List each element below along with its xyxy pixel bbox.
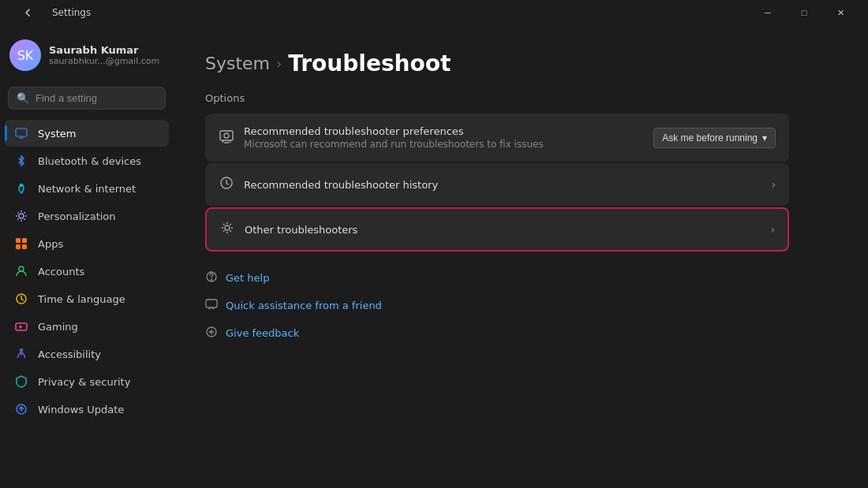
search-input[interactable] bbox=[36, 92, 157, 104]
network-icon bbox=[14, 181, 28, 196]
titlebar: Settings ─ □ ✕ bbox=[0, 0, 868, 25]
give-feedback-label: Give feedback bbox=[226, 327, 299, 339]
search-icon: 🔍 bbox=[17, 92, 29, 104]
svg-point-13 bbox=[224, 133, 229, 138]
bluetooth-icon bbox=[14, 154, 28, 168]
sidebar-item-apps[interactable]: Apps bbox=[5, 230, 169, 257]
quick-assistance-label: Quick assistance from a friend bbox=[226, 300, 382, 311]
troubleshooter-history-control: › bbox=[771, 178, 776, 191]
svg-rect-3 bbox=[16, 238, 21, 243]
user-profile[interactable]: SK Saurabh Kumar saurabhkur...@gmail.com bbox=[0, 32, 174, 84]
breadcrumb-separator: › bbox=[276, 55, 282, 72]
user-name: Saurabh Kumar bbox=[49, 44, 159, 56]
svg-point-2 bbox=[19, 214, 24, 218]
app-body: SK Saurabh Kumar saurabhkur...@gmail.com… bbox=[0, 25, 868, 488]
sidebar-item-network[interactable]: Network & internet bbox=[5, 175, 169, 202]
apps-icon bbox=[14, 237, 28, 251]
windows-update-icon bbox=[14, 402, 28, 416]
svg-point-7 bbox=[19, 266, 24, 271]
titlebar-controls: ─ □ ✕ bbox=[750, 0, 859, 25]
sidebar-item-system[interactable]: System bbox=[5, 120, 169, 147]
svg-rect-18 bbox=[206, 300, 217, 307]
ask-before-running-dropdown[interactable]: Ask me before running ▾ bbox=[653, 128, 776, 148]
settings-list: Recommended troubleshooter preferences M… bbox=[205, 114, 789, 251]
other-troubleshooters-icon bbox=[219, 220, 245, 239]
quick-assistance-icon bbox=[205, 298, 218, 313]
give-feedback-icon bbox=[205, 326, 218, 341]
user-email: saurabhkur...@gmail.com bbox=[49, 56, 159, 66]
links-section: Get help Quick assistance from a friend … bbox=[205, 267, 836, 344]
sidebar-item-label-accessibility: Accessibility bbox=[38, 348, 101, 360]
sidebar-item-label-apps: Apps bbox=[38, 238, 63, 250]
troubleshooter-history-icon bbox=[219, 175, 244, 194]
troubleshooter-history-content: Recommended troubleshooter history bbox=[244, 179, 771, 191]
svg-rect-4 bbox=[22, 238, 27, 243]
sidebar-item-personalization[interactable]: Personalization bbox=[5, 203, 169, 229]
search-box[interactable]: 🔍 bbox=[8, 87, 166, 110]
recommended-preferences-icon bbox=[219, 129, 244, 147]
sidebar-item-label-accounts: Accounts bbox=[38, 266, 84, 278]
svg-rect-6 bbox=[22, 244, 27, 249]
recommended-preferences-content: Recommended troubleshooter preferences M… bbox=[244, 125, 653, 150]
breadcrumb: System › Troubleshoot bbox=[205, 50, 836, 76]
main-content: System › Troubleshoot Options Recommende… bbox=[174, 25, 868, 488]
close-button[interactable]: ✕ bbox=[822, 0, 859, 25]
svg-point-15 bbox=[225, 225, 230, 230]
dropdown-label: Ask me before running bbox=[662, 132, 758, 143]
svg-point-10 bbox=[21, 349, 23, 352]
other-troubleshooters-title: Other troubleshooters bbox=[245, 224, 770, 236]
breadcrumb-parent[interactable]: System bbox=[205, 54, 270, 73]
recommended-preferences-control[interactable]: Ask me before running ▾ bbox=[653, 128, 776, 148]
svg-rect-5 bbox=[16, 244, 21, 249]
recommended-preferences-title: Recommended troubleshooter preferences bbox=[244, 125, 653, 137]
sidebar-item-bluetooth[interactable]: Bluetooth & devices bbox=[5, 147, 169, 174]
back-button[interactable] bbox=[9, 0, 46, 25]
svg-point-1 bbox=[21, 184, 23, 187]
time-icon bbox=[14, 292, 28, 306]
svg-point-17 bbox=[211, 279, 211, 280]
user-info: Saurabh Kumar saurabhkur...@gmail.com bbox=[49, 44, 159, 66]
sidebar-item-label-personalization: Personalization bbox=[38, 210, 116, 222]
sidebar-item-label-gaming: Gaming bbox=[38, 321, 78, 333]
titlebar-title: Settings bbox=[52, 7, 91, 18]
chevron-right-icon: › bbox=[771, 178, 776, 191]
give-feedback-link[interactable]: Give feedback bbox=[205, 322, 836, 344]
get-help-icon bbox=[205, 270, 218, 285]
setting-item-troubleshooter-history[interactable]: Recommended troubleshooter history › bbox=[205, 163, 789, 206]
personalization-icon bbox=[14, 209, 28, 223]
sidebar: SK Saurabh Kumar saurabhkur...@gmail.com… bbox=[0, 25, 174, 488]
section-label: Options bbox=[205, 92, 836, 104]
svg-rect-0 bbox=[16, 129, 27, 136]
chevron-right-icon-2: › bbox=[770, 223, 775, 236]
sidebar-item-label-system: System bbox=[38, 128, 76, 140]
sidebar-nav: System Bluetooth & devices Network & int… bbox=[0, 119, 174, 423]
sidebar-item-accessibility[interactable]: Accessibility bbox=[5, 341, 169, 367]
sidebar-item-privacy[interactable]: Privacy & security bbox=[5, 368, 169, 395]
titlebar-left: Settings bbox=[9, 0, 91, 25]
minimize-button[interactable]: ─ bbox=[750, 0, 786, 25]
sidebar-item-gaming[interactable]: Gaming bbox=[5, 313, 169, 340]
recommended-preferences-desc: Microsoft can recommend and run troubles… bbox=[244, 139, 653, 150]
setting-item-other-troubleshooters[interactable]: Other troubleshooters › bbox=[205, 207, 789, 251]
privacy-icon bbox=[14, 374, 28, 389]
dropdown-chevron-icon: ▾ bbox=[762, 132, 767, 143]
avatar: SK bbox=[9, 39, 41, 71]
sidebar-item-label-network: Network & internet bbox=[38, 183, 136, 195]
sidebar-item-label-privacy: Privacy & security bbox=[38, 376, 130, 388]
sidebar-item-windows-update[interactable]: Windows Update bbox=[5, 396, 169, 423]
quick-assistance-link[interactable]: Quick assistance from a friend bbox=[205, 295, 836, 316]
other-troubleshooters-control: › bbox=[770, 223, 775, 236]
other-troubleshooters-content: Other troubleshooters bbox=[245, 224, 770, 236]
get-help-link[interactable]: Get help bbox=[205, 267, 836, 289]
gaming-icon bbox=[14, 319, 28, 333]
sidebar-item-accounts[interactable]: Accounts bbox=[5, 258, 169, 285]
sidebar-item-label-bluetooth: Bluetooth & devices bbox=[38, 155, 141, 167]
restore-button[interactable]: □ bbox=[786, 0, 822, 25]
sidebar-item-time[interactable]: Time & language bbox=[5, 285, 169, 312]
sidebar-item-label-time: Time & language bbox=[38, 293, 125, 305]
svg-rect-12 bbox=[220, 131, 233, 140]
troubleshooter-history-title: Recommended troubleshooter history bbox=[244, 179, 771, 191]
accessibility-icon bbox=[14, 347, 28, 361]
setting-item-recommended-preferences[interactable]: Recommended troubleshooter preferences M… bbox=[205, 114, 789, 162]
accounts-icon bbox=[14, 264, 28, 278]
